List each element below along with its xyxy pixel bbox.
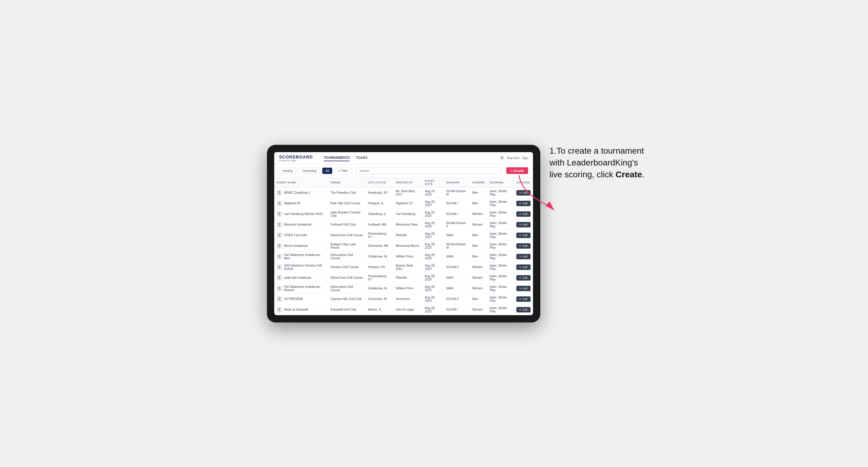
gender-cell: Men [470, 198, 488, 209]
start-date-cell: Aug 25, 2023 [423, 198, 444, 209]
edit-button[interactable]: ✏ Edit [516, 222, 531, 227]
division-cell: NAIA [444, 272, 470, 283]
edit-label: Edit [523, 255, 528, 258]
tab-teams[interactable]: TEAMS [355, 155, 368, 161]
sign-label[interactable]: Sign [522, 156, 528, 160]
venue-cell: StoneCrest Golf Course [328, 272, 366, 283]
edit-button[interactable]: ✏ Edit [516, 286, 531, 291]
event-icon: 🏌 [277, 286, 282, 291]
event-name: UPIKE Fall Invite [284, 234, 307, 237]
city-state-cell: Deerwood, MN [366, 241, 393, 251]
table-row: 🏌 Morris Invitational Ruttger's Bay Lake… [274, 241, 533, 251]
page-wrapper: 1.To create a tournament with Leaderboar… [221, 145, 647, 322]
gender-cell: Men [470, 293, 488, 304]
nav-tabs: TOURNAMENTS TEAMS [324, 155, 368, 161]
edit-button[interactable]: ✏ Edit [516, 243, 531, 249]
division-cell: NCAA Division III [444, 187, 470, 198]
arrow-indicator [516, 172, 553, 209]
actions-cell: ✏ Edit [514, 283, 533, 293]
event-icon: 🏌 [277, 222, 282, 227]
tab-tournaments[interactable]: TOURNAMENTS [324, 155, 349, 161]
gender-cell: Women [470, 272, 488, 283]
venue-cell: Lake Bracken Country Club [328, 209, 366, 219]
scoring-cell: team, Stroke Play [487, 230, 514, 241]
event-name: MSMC Qualifying 1 [284, 191, 310, 194]
event-icon: 🏌 [277, 254, 282, 259]
edit-button[interactable]: ✏ Edit [516, 254, 531, 259]
competing-filter-btn[interactable]: Competing [299, 167, 320, 174]
gender-cell: Women [470, 262, 488, 272]
event-name-cell: 🏌 MSMC Qualifying 1 [274, 187, 328, 198]
user-label: Test User [507, 156, 520, 160]
event-name-cell: 🏌 Maverick Invitational [274, 219, 328, 230]
table-row: 🏌 Fall Statesmen Invitational - Men Edmu… [274, 251, 533, 262]
event-name-cell: 🏌 upike fall invitational [274, 272, 328, 283]
event-name: upike fall invitational [284, 276, 311, 279]
all-filter-btn[interactable]: All [322, 167, 332, 174]
col-start-date: START DATE [423, 178, 444, 188]
edit-icon: ✏ [519, 244, 522, 247]
table-row: 🏌 Maverick Invitational Faribault Golf C… [274, 219, 533, 230]
city-state-cell: Faribault, MN [366, 219, 393, 230]
scoring-cell: team, Stroke Play [487, 187, 514, 198]
event-name-cell: 🏌 Fall Statesmen Invitational - Men [274, 251, 328, 262]
venue-cell: Park Hills Golf Course [328, 198, 366, 209]
edit-button[interactable]: ✏ Edit [516, 264, 531, 270]
actions-cell: ✏ Edit [514, 219, 533, 230]
table-body: 🏌 MSMC Qualifying 1 The Powelton Club Ne… [274, 187, 533, 315]
edit-icon: ✏ [519, 298, 522, 301]
table-row: 🏌 Klash at Kokopelli Kokopelli Golf Club… [274, 304, 533, 315]
edit-button[interactable]: ✏ Edit [516, 232, 531, 238]
start-date-cell: Aug 28, 2023 [423, 304, 444, 315]
edit-label: Edit [523, 266, 528, 269]
edit-icon: ✏ [519, 276, 522, 279]
event-name: Carl Sandburg Women FA23 [284, 212, 323, 216]
event-name: Maverick Invitational [284, 223, 312, 226]
venue-cell: Hesston Golf Course [328, 262, 366, 272]
actions-cell: ✏ Edit [514, 304, 533, 315]
gender-cell: Women [470, 219, 488, 230]
event-icon: 🏌 [277, 190, 282, 195]
event-icon: 🏌 [277, 243, 282, 249]
venue-cell: Edmundson Golf Course [328, 251, 366, 262]
city-state-cell: Freeport, IL [366, 198, 393, 209]
table-row: 🏌 VU PREVIEW Cypress Hills Golf Club Vin… [274, 293, 533, 304]
city-state-cell: Oskaloosa, IA [366, 283, 393, 293]
edit-icon: ✏ [519, 223, 522, 226]
event-name-cell: 🏌 Klash at Kokopelli [274, 304, 328, 315]
venue-cell: The Powelton Club [328, 187, 366, 198]
start-date-cell: Aug 28, 2023 [423, 293, 444, 304]
app-logo: SCOREBOARD [279, 155, 313, 159]
actions-cell: ✏ Edit [514, 272, 533, 283]
start-date-cell: Aug 28, 2023 [423, 241, 444, 251]
gear-icon[interactable]: ⚙ [500, 155, 504, 160]
hosting-filter-btn[interactable]: Hosting [279, 167, 296, 174]
col-hosted-by: HOSTED BY [393, 178, 423, 188]
city-state-cell: Newburgh, NY [366, 187, 393, 198]
scoring-cell: team, Stroke Play [487, 251, 514, 262]
edit-button[interactable]: ✏ Edit [516, 307, 531, 312]
gender-cell: Women [470, 209, 488, 219]
edit-button[interactable]: ✏ Edit [516, 275, 531, 281]
event-name-cell: 🏌 Carl Sandburg Women FA23 [274, 209, 328, 219]
event-name-cell: 🏌 UPIKE Fall Invite [274, 230, 328, 241]
gender-cell: Men [470, 230, 488, 241]
event-icon: 🏌 [277, 232, 282, 238]
start-date-cell: Aug 28, 2023 [423, 230, 444, 241]
event-name-cell: 🏌 VU PREVIEW [274, 293, 328, 304]
filter-btn[interactable]: ≡ Filter [335, 167, 351, 174]
division-cell: NJCAA II [444, 262, 470, 272]
event-name: Klash at Kokopelli [284, 308, 308, 311]
venue-cell: Edmundson Golf Course [328, 283, 366, 293]
event-icon: 🏌 [277, 264, 282, 270]
edit-label: Edit [523, 276, 528, 279]
event-name: VU PREVIEW [284, 297, 303, 301]
start-date-cell: Aug 28, 2023 [423, 219, 444, 230]
edit-button[interactable]: ✏ Edit [516, 297, 531, 302]
app-logo-sub: Powered by clippit [279, 159, 313, 161]
scoring-cell: team, Stroke Play [487, 262, 514, 272]
scoring-cell: team, Stroke Play [487, 283, 514, 293]
venue-cell: Faribault Golf Club [328, 219, 366, 230]
search-input[interactable] [356, 167, 501, 174]
scoring-cell: team, Stroke Play [487, 272, 514, 283]
